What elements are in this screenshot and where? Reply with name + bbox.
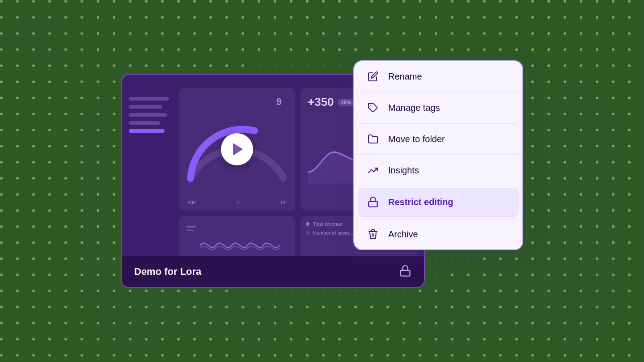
play-triangle-icon [233, 143, 243, 156]
move-to-folder-label: Move to folder [388, 134, 445, 144]
svg-rect-5 [401, 270, 410, 276]
sidebar-line-active [129, 129, 165, 133]
menu-item-move-to-folder[interactable]: Move to folder [354, 124, 522, 155]
pencil-icon [367, 70, 379, 83]
gauge-max: 00 [281, 200, 286, 205]
svg-rect-4 [186, 230, 194, 232]
sidebar-line-2 [129, 105, 162, 109]
sidebar-line-1 [129, 97, 169, 101]
menu-item-manage-tags[interactable]: Manage tags [354, 93, 522, 123]
archive-label: Archive [388, 229, 418, 240]
folder-icon [367, 133, 379, 145]
menu-item-insights[interactable]: Insights [354, 155, 522, 186]
gauge-number: 9 [276, 96, 282, 108]
lock-menu-icon [367, 196, 379, 208]
sidebar-line-3 [129, 113, 167, 117]
play-button[interactable] [221, 133, 253, 165]
menu-item-restrict-editing[interactable]: Restrict editing [358, 188, 519, 217]
dashboard-footer: Demo for Lora [122, 256, 424, 287]
gauge-card: 9 600 2 00 [179, 88, 295, 210]
restrict-editing-label: Restrict editing [388, 197, 453, 207]
menu-item-rename[interactable]: Rename [354, 61, 522, 92]
gauge-labels: 600 2 00 [188, 200, 287, 205]
rename-label: Rename [388, 72, 422, 82]
manage-tags-label: Manage tags [388, 103, 440, 113]
big-number: +350 [308, 95, 334, 109]
legend-dot-1 [306, 222, 309, 226]
gauge-min: 600 [188, 200, 196, 205]
trash-icon [367, 228, 379, 240]
sidebar-nav [129, 88, 174, 269]
menu-item-archive[interactable]: Archive [354, 219, 522, 249]
chart-arrow-icon [367, 164, 379, 177]
svg-rect-8 [372, 230, 374, 232]
svg-rect-7 [369, 202, 377, 207]
insights-label: Insights [388, 165, 419, 176]
legend-dot-2 [306, 231, 309, 235]
demo-title: Demo for Lora [134, 266, 201, 278]
gauge-mid: 2 [237, 200, 240, 205]
legend-label-2: Number of accou... [313, 230, 355, 236]
tag-icon [367, 101, 379, 114]
legend-label-1: Total revenue [313, 221, 343, 227]
lock-icon [399, 265, 411, 279]
context-menu: Rename Manage tags Move to folder [353, 60, 523, 250]
percent-badge: 20% [338, 99, 355, 106]
svg-rect-3 [186, 226, 196, 227]
sidebar-line-4 [129, 121, 160, 125]
